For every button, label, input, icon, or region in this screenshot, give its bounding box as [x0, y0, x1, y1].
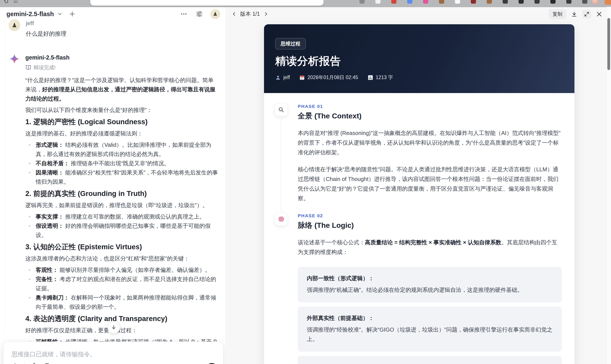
extension-icon[interactable]: [375, 0, 381, 4]
report-badge: 思维过程: [275, 38, 306, 49]
user-message-text: 什么是好的推理: [26, 30, 66, 38]
divider: [25, 362, 25, 364]
bullet-list: 事实支撑： 推理建立在可靠的数据、准确的观测或公认的真理之上。假设透明： 好的推…: [25, 212, 218, 240]
close-icon[interactable]: [596, 11, 602, 17]
extension-icon[interactable]: [582, 0, 587, 4]
phase-label: PHASE 02: [298, 213, 561, 218]
new-chat-button[interactable]: [69, 11, 76, 17]
app-window: gemini-2.5-flash ♟ ♟ jeff 什么是好的推理 gemini…: [0, 7, 611, 364]
extension-icon[interactable]: [455, 0, 460, 4]
fullscreen-button[interactable]: [582, 10, 591, 18]
bullet-item: 客观性： 能够识别并尽量排除个人偏见（如幸存者偏差、确认偏差）。: [25, 265, 218, 275]
report-meta-item: 1213 字: [368, 74, 393, 81]
extension-icon[interactable]: [534, 0, 540, 4]
browser-corner-icon[interactable]: [605, 0, 611, 5]
chat-paragraph: 这涉及推理者的心态和方法论，也是区分“杠精”和“思想家”的关键：: [25, 254, 218, 263]
report-meta-text: jeff: [283, 75, 290, 80]
version-label: 版本 1/1: [240, 10, 260, 17]
voice-input-button[interactable]: [205, 363, 218, 364]
bullet-item: 形式逻辑： 结构必须有效（Valid）。比如演绎推理中，如果前提全部为真，那么通…: [25, 140, 218, 159]
report-meta-text: 1213 字: [376, 74, 393, 81]
phase-paragraph: 本内容是对“推理 (Reasoning)”这一抽象概念的高层建模。在知识爆炸与人…: [298, 128, 561, 157]
extension-icon[interactable]: [487, 0, 492, 4]
version-nav: 版本 1/1: [232, 10, 268, 17]
bullet-list: 客观性： 能够识别并尽量排除个人偏见（如幸存者偏差、确认偏差）。完备性： 考虑了…: [25, 265, 218, 312]
gemini-star-icon: [9, 54, 20, 65]
report-meta-text: 2026年01月08日 02:45: [307, 74, 358, 81]
status-line: 精读完成!: [25, 64, 218, 71]
bullet-list: 形式逻辑： 结构必须有效（Valid）。比如演绎推理中，如果前提全部为真，那么通…: [25, 140, 218, 186]
chevron-down-icon[interactable]: [57, 11, 63, 17]
section-heading: 1. 逻辑的严密性 (Logical Soundness): [25, 117, 218, 126]
card-text: 强调推理的“经验校准”。解决“GIGO（垃圾进，垃圾出）”问题，确保推理引擎运行…: [307, 325, 553, 344]
extension-icon[interactable]: [423, 0, 428, 4]
dimension-card: 内部一致性（形式逻辑）：强调推理的“机械正确”。结论必须在给定的规则系统内逻辑自…: [298, 267, 562, 302]
chat-paragraph: 这是推理的基石。好的推理必须遵循逻辑法则：: [25, 129, 218, 138]
dimension-card: 外部真实性（前提基础）：强调推理的“经验校准”。解决“GIGO（垃圾进，垃圾出）…: [298, 307, 562, 351]
extension-icon[interactable]: [518, 0, 524, 4]
browser-apps-icon[interactable]: [13, 0, 18, 4]
extension-icon[interactable]: [407, 0, 412, 4]
next-version-icon[interactable]: [263, 11, 268, 16]
book-icon: [25, 65, 31, 70]
section-heading: 4. 表达的透明度 (Clarity and Transparency): [25, 314, 218, 323]
bullet-item: 假设透明： 好的推理会明确指明哪些是已知事实，哪些是基于可能的假设。: [25, 221, 218, 240]
status-text: 精读完成!: [34, 64, 56, 71]
account-avatar[interactable]: ♟: [210, 9, 220, 19]
model-settings-icon[interactable]: [196, 10, 203, 18]
report-meta-item: 172026年01月08日 02:45: [299, 74, 358, 81]
extension-icon[interactable]: [503, 0, 508, 4]
message-composer[interactable]: 思维接口已就绪，请传输指令。: [3, 341, 223, 364]
chart-icon: [368, 75, 373, 80]
bullet-item: 奥卡姆剃刀： 在解释同一个现象时，如果两种推理都能站得住脚，通常倾向于最简单、假…: [25, 293, 218, 312]
sidebar-gutter-line: [5, 7, 5, 332]
report-hero: 思维过程 精读分析报告 jeff172026年01月08日 02:451213 …: [264, 24, 574, 93]
scrollbar: [607, 7, 611, 364]
model-name: gemini-2.5-flash: [25, 53, 218, 61]
extension-icon[interactable]: [550, 0, 556, 4]
calendar-icon: 17: [299, 75, 305, 80]
magnifier-icon: [278, 107, 284, 113]
user-icon: [275, 75, 281, 80]
report-meta-item: jeff: [275, 75, 290, 80]
scrollbar-thumb[interactable]: [607, 18, 610, 70]
report-title: 精读分析报告: [275, 54, 341, 68]
chat-panel: gemini-2.5-flash ♟ ♟ jeff 什么是好的推理 gemini…: [0, 7, 226, 364]
fullscreen-icon: [584, 11, 589, 17]
user-name: jeff: [26, 19, 66, 26]
extension-icon[interactable]: [359, 0, 365, 4]
extension-icon[interactable]: [471, 0, 476, 4]
preview-header: 版本 1/1 复制: [226, 7, 611, 22]
card-text: 强调推理的“机械正确”。结论必须在给定的规则系统内逻辑自洽，这是推理的硬件基础。: [307, 285, 553, 295]
browser-reload-icon[interactable]: [3, 0, 9, 4]
prev-version-icon[interactable]: [232, 11, 237, 16]
scroll-to-bottom-button[interactable]: [107, 321, 120, 334]
card-title: 内部一致性（形式逻辑）：: [307, 275, 553, 282]
extension-icon[interactable]: [566, 0, 571, 4]
section-heading: 2. 前提的真实性 (Grounding in Truth): [25, 189, 218, 198]
browser-address-bar[interactable]: [90, 0, 324, 6]
copy-button[interactable]: 复制: [549, 9, 566, 19]
more-options-icon[interactable]: [180, 10, 187, 18]
assistant-message-body: “什么是好的推理？”这是一个涉及逻辑学、认知科学和哲学核心的问题。简单来说，好的…: [25, 76, 218, 346]
preview-panel: 版本 1/1 复制 思维过程 精读分析报告 jeff172026年01月08日 …: [226, 7, 611, 364]
model-title[interactable]: gemini-2.5-flash: [6, 11, 54, 18]
chat-header: gemini-2.5-flash ♟: [0, 7, 226, 19]
browser-profile-avatar[interactable]: [592, 0, 598, 4]
phase-label: PHASE 01: [298, 104, 561, 109]
extension-icon[interactable]: [391, 0, 397, 4]
brain-icon: [278, 216, 284, 222]
phase-paragraph: 该论述基于一个核心公式：高质量结论 = 结构完整性 × 事实准确性 × 认知自律…: [298, 238, 561, 257]
bullet-item: 事实支撑： 推理建立在可靠的数据、准确的观测或公认的真理之上。: [25, 212, 218, 221]
chat-paragraph: “什么是好的推理？”这是一个涉及逻辑学、认知科学和哲学核心的问题。简单来说，好的…: [25, 76, 218, 103]
apps-icon[interactable]: [31, 363, 38, 364]
phase-icon-card: [275, 213, 288, 226]
extension-icon[interactable]: [439, 0, 444, 4]
download-icon[interactable]: [571, 11, 577, 17]
report-card: 思维过程 精读分析报告 jeff172026年01月08日 02:451213 …: [264, 24, 574, 364]
bookmark-icon[interactable]: [44, 363, 51, 364]
phase-title: 脉络 (The Logic): [298, 221, 561, 230]
report-phase: PHASE 01全景 (The Context)本内容是对“推理 (Reason…: [264, 93, 574, 205]
phase-icon-card: [275, 103, 288, 116]
attach-button[interactable]: [12, 363, 18, 364]
